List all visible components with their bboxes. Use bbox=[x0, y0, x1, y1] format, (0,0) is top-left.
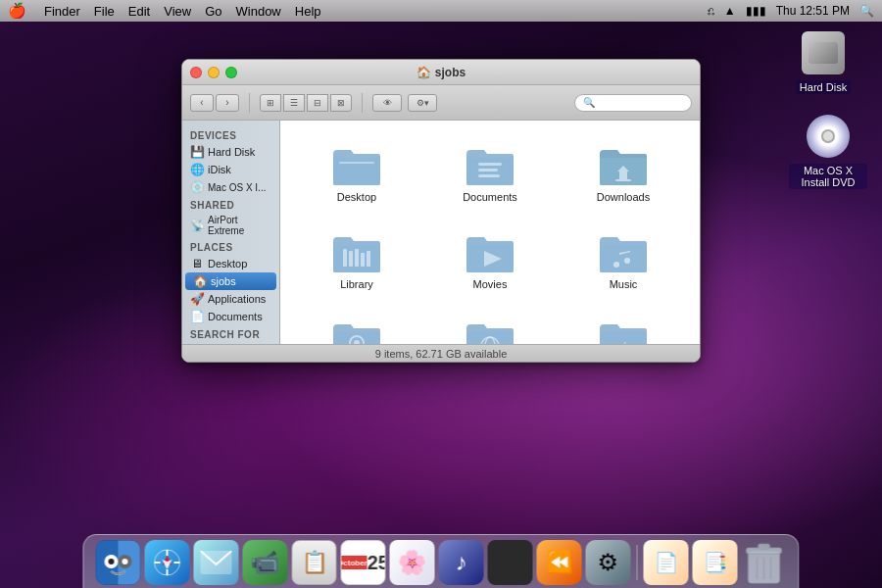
sidebar-dvd-label: Mac OS X I... bbox=[208, 182, 266, 193]
toolbar-nav: ‹ › bbox=[190, 94, 239, 112]
folder-item-library[interactable]: Library bbox=[295, 222, 418, 295]
finder-title: 🏠 sjobs bbox=[416, 66, 466, 79]
sidebar-item-documents[interactable]: 📄 Documents bbox=[182, 308, 279, 325]
public-folder-icon bbox=[465, 315, 515, 344]
dock-item-iphoto[interactable]: 🌸 bbox=[390, 540, 435, 585]
sidebar-section-places: PLACES bbox=[182, 238, 279, 255]
folder-item-public[interactable]: Public bbox=[428, 310, 552, 344]
preview-button[interactable]: 👁 bbox=[372, 94, 402, 112]
folder-item-sites[interactable]: </> Sites bbox=[562, 310, 685, 344]
dock-item-timemachine[interactable]: ⏪ bbox=[537, 540, 582, 585]
folder-item-movies[interactable]: Movies bbox=[428, 222, 552, 295]
pictures-folder-icon bbox=[331, 315, 382, 344]
home-icon: 🏠 bbox=[416, 66, 431, 79]
forward-button[interactable]: › bbox=[216, 94, 239, 112]
sidebar-item-idisk[interactable]: 🌐 iDisk bbox=[182, 161, 279, 178]
dock-icon-timemachine: ⏪ bbox=[537, 540, 582, 585]
desktop-small-icon: 🖥 bbox=[190, 257, 204, 270]
action-button[interactable]: ⚙▾ bbox=[408, 94, 437, 112]
dock-item-addressbook[interactable]: 📋 bbox=[292, 540, 337, 585]
search-input[interactable] bbox=[599, 97, 677, 109]
svg-text:</>: </> bbox=[612, 340, 634, 344]
dock-icon-itunes: ♪ bbox=[439, 540, 484, 585]
folder-item-music[interactable]: Music bbox=[562, 222, 685, 295]
window-buttons bbox=[190, 67, 237, 78]
sidebar-item-today[interactable]: ⏱ Today bbox=[182, 342, 279, 344]
menu-window[interactable]: Window bbox=[236, 4, 281, 19]
sidebar-item-sjobs[interactable]: 🏠 sjobs bbox=[185, 272, 276, 290]
menu-edit[interactable]: Edit bbox=[128, 4, 150, 19]
battery-icon: ▮▮▮ bbox=[746, 4, 766, 18]
search-box[interactable]: 🔍 bbox=[574, 94, 692, 112]
dock-item-ical[interactable]: October 25 bbox=[341, 540, 386, 585]
dock-icon-expose bbox=[488, 540, 533, 585]
dock-item-expose[interactable] bbox=[488, 540, 533, 585]
toolbar-separator-1 bbox=[249, 93, 250, 113]
dock-item-mail[interactable] bbox=[194, 540, 239, 585]
sidebar-item-applications[interactable]: 🚀 Applications bbox=[182, 290, 279, 308]
folder-item-pictures[interactable]: Pictures bbox=[295, 310, 418, 344]
dock-item-itunes[interactable]: ♪ bbox=[439, 540, 484, 585]
folder-svg-sites: </> bbox=[598, 317, 649, 344]
dock-item-systemprefs[interactable]: ⚙ bbox=[586, 540, 631, 585]
ical-day-label: 25 bbox=[368, 552, 386, 574]
sidebar-item-dvd[interactable]: 💿 Mac OS X I... bbox=[182, 178, 279, 196]
dock-item-finder[interactable] bbox=[96, 540, 141, 585]
timemachine-icon: ⏪ bbox=[546, 550, 572, 575]
close-button[interactable] bbox=[190, 67, 202, 78]
dock-item-preview2[interactable]: 📑 bbox=[693, 540, 738, 585]
hd-small-icon: 💾 bbox=[190, 145, 204, 159]
dock-item-trash[interactable] bbox=[742, 540, 787, 585]
dock-icon-preview2: 📑 bbox=[693, 540, 738, 585]
dock-icon-mail bbox=[194, 540, 239, 585]
back-button[interactable]: ‹ bbox=[190, 94, 214, 112]
minimize-button[interactable] bbox=[208, 67, 220, 78]
dock-icon-iphoto: 🌸 bbox=[390, 540, 435, 585]
desktop-icon-hard-disk[interactable]: Hard Disk bbox=[784, 29, 862, 94]
menu-view[interactable]: View bbox=[164, 4, 191, 19]
dock: 📹 📋 October 25 🌸 ♪ bbox=[83, 534, 800, 588]
menu-help[interactable]: Help bbox=[295, 4, 321, 19]
desktop-folder-label: Desktop bbox=[337, 191, 376, 203]
view-column-button[interactable]: ⊟ bbox=[307, 94, 328, 112]
folder-item-desktop[interactable]: Desktop bbox=[295, 135, 418, 208]
finder-toolbar: ‹ › ⊞ ☰ ⊟ ⊠ 👁 ⚙▾ 🔍 bbox=[182, 85, 700, 121]
sidebar-item-airport[interactable]: 📡 AirPort Extreme bbox=[182, 213, 279, 238]
finder-statusbar: 9 items, 62.71 GB available bbox=[182, 344, 700, 362]
sidebar-airport-label: AirPort Extreme bbox=[208, 215, 271, 236]
apple-menu[interactable]: 🍎 bbox=[8, 2, 26, 20]
sidebar-documents-label: Documents bbox=[208, 311, 263, 322]
sidebar-item-hard-disk[interactable]: 💾 Hard Disk bbox=[182, 143, 279, 161]
documents-folder-icon bbox=[465, 140, 515, 187]
svg-rect-2 bbox=[478, 169, 498, 172]
sidebar-hard-disk-label: Hard Disk bbox=[208, 146, 255, 158]
movies-folder-label: Movies bbox=[473, 278, 508, 290]
view-coverflow-button[interactable]: ⊠ bbox=[330, 94, 352, 112]
folder-item-documents[interactable]: Documents bbox=[428, 135, 552, 208]
sidebar-item-desktop[interactable]: 🖥 Desktop bbox=[182, 255, 279, 272]
sidebar-section-devices: DEVICES bbox=[182, 126, 279, 143]
svg-rect-10 bbox=[367, 251, 370, 267]
music-folder-icon bbox=[598, 227, 649, 274]
dock-item-safari[interactable] bbox=[145, 540, 190, 585]
search-icon: 🔍 bbox=[583, 97, 595, 108]
desktop-icon-dvd[interactable]: Mac OS X Install DVD bbox=[789, 113, 867, 189]
spotlight-icon[interactable]: 🔍 bbox=[859, 4, 874, 18]
menu-finder[interactable]: Finder bbox=[44, 4, 80, 19]
folder-item-downloads[interactable]: Downloads bbox=[562, 135, 685, 208]
preview1-icon: 📄 bbox=[654, 551, 678, 574]
menubar: 🍎 Finder File Edit View Go Window Help ⎌… bbox=[0, 0, 882, 22]
menu-file[interactable]: File bbox=[94, 4, 115, 19]
maximize-button[interactable] bbox=[225, 67, 237, 78]
menu-go[interactable]: Go bbox=[205, 4, 221, 19]
dock-item-preview1[interactable]: 📄 bbox=[644, 540, 689, 585]
iphoto-icon: 🌸 bbox=[398, 549, 427, 576]
apps-small-icon: 🚀 bbox=[190, 292, 204, 306]
ical-month-label: October bbox=[341, 559, 368, 567]
view-icon-button[interactable]: ⊞ bbox=[260, 94, 281, 112]
dock-item-facetime[interactable]: 📹 bbox=[243, 540, 288, 585]
toolbar-separator-2 bbox=[362, 93, 363, 113]
view-list-button[interactable]: ☰ bbox=[283, 94, 305, 112]
preview2-icon: 📑 bbox=[703, 551, 727, 574]
menubar-left: 🍎 Finder File Edit View Go Window Help bbox=[8, 2, 321, 20]
